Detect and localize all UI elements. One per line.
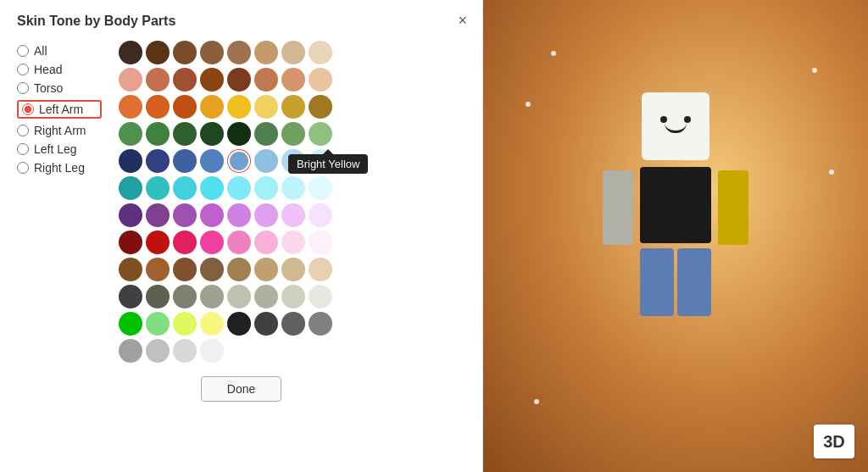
color-swatch-45[interactable]: [254, 176, 278, 200]
color-swatch-3[interactable]: [200, 41, 224, 64]
color-swatch-23[interactable]: [309, 95, 332, 119]
color-swatch-47[interactable]: [309, 176, 332, 200]
color-swatch-55[interactable]: [309, 203, 332, 227]
color-swatch-78[interactable]: [281, 285, 305, 308]
color-swatch-1[interactable]: [146, 41, 170, 64]
color-swatch-53[interactable]: [254, 203, 278, 227]
color-swatch-26[interactable]: [173, 122, 197, 146]
color-swatch-15[interactable]: [309, 68, 332, 92]
color-swatch-91[interactable]: [200, 339, 224, 363]
color-swatch-30[interactable]: [281, 122, 305, 146]
color-swatch-33[interactable]: [146, 149, 170, 173]
color-swatch-79[interactable]: [309, 285, 332, 308]
color-swatch-39[interactable]: [309, 149, 332, 173]
radio-item-left_leg[interactable]: Left Leg: [17, 142, 102, 156]
color-swatch-71[interactable]: [309, 258, 332, 281]
color-swatch-28[interactable]: [227, 122, 251, 146]
color-swatch-36[interactable]: [227, 149, 251, 173]
color-swatch-84[interactable]: [227, 312, 251, 336]
color-swatch-5[interactable]: [254, 41, 278, 64]
radio-item-right_arm[interactable]: Right Arm: [17, 124, 102, 137]
color-swatch-21[interactable]: [254, 95, 278, 119]
color-swatch-31[interactable]: [309, 122, 332, 146]
color-swatch-77[interactable]: [254, 285, 278, 308]
color-swatch-32[interactable]: [119, 149, 142, 173]
radio-torso[interactable]: [17, 82, 29, 94]
done-button[interactable]: Done: [201, 376, 281, 402]
color-swatch-18[interactable]: [173, 95, 197, 119]
color-swatch-38[interactable]: [281, 149, 305, 173]
color-swatch-66[interactable]: [173, 258, 197, 281]
radio-item-all[interactable]: All: [17, 44, 102, 58]
close-button[interactable]: ×: [458, 12, 467, 30]
radio-item-left_arm[interactable]: Left Arm: [17, 100, 102, 119]
color-swatch-64[interactable]: [119, 258, 142, 281]
color-swatch-19[interactable]: [200, 95, 224, 119]
color-swatch-52[interactable]: [227, 203, 251, 227]
color-swatch-54[interactable]: [281, 203, 305, 227]
color-swatch-42[interactable]: [173, 176, 197, 200]
color-swatch-25[interactable]: [146, 122, 170, 146]
color-swatch-85[interactable]: [254, 312, 278, 336]
color-swatch-11[interactable]: [200, 68, 224, 92]
color-swatch-88[interactable]: [119, 339, 142, 363]
color-swatch-68[interactable]: [227, 258, 251, 281]
radio-all[interactable]: [17, 45, 29, 57]
color-swatch-62[interactable]: [281, 230, 305, 254]
color-swatch-29[interactable]: [254, 122, 278, 146]
color-swatch-7[interactable]: [309, 41, 332, 64]
radio-item-right_leg[interactable]: Right Leg: [17, 161, 102, 175]
color-swatch-48[interactable]: [119, 203, 142, 227]
color-swatch-58[interactable]: [173, 230, 197, 254]
color-swatch-74[interactable]: [173, 285, 197, 308]
radio-item-head[interactable]: Head: [17, 63, 102, 76]
color-swatch-43[interactable]: [200, 176, 224, 200]
color-swatch-8[interactable]: [119, 68, 142, 92]
color-swatch-72[interactable]: [119, 285, 142, 308]
color-swatch-80[interactable]: [119, 312, 142, 336]
color-swatch-73[interactable]: [146, 285, 170, 308]
radio-left_leg[interactable]: [17, 143, 29, 155]
color-swatch-44[interactable]: [227, 176, 251, 200]
color-swatch-63[interactable]: [309, 230, 332, 254]
color-swatch-50[interactable]: [173, 203, 197, 227]
color-swatch-12[interactable]: [227, 68, 251, 92]
radio-item-torso[interactable]: Torso: [17, 81, 102, 95]
color-swatch-65[interactable]: [146, 258, 170, 281]
color-swatch-76[interactable]: [227, 285, 251, 308]
color-swatch-41[interactable]: [146, 176, 170, 200]
color-swatch-82[interactable]: [173, 312, 197, 336]
color-swatch-61[interactable]: [254, 230, 278, 254]
color-swatch-56[interactable]: [119, 230, 142, 254]
color-swatch-67[interactable]: [200, 258, 224, 281]
color-swatch-69[interactable]: [254, 258, 278, 281]
color-swatch-35[interactable]: [200, 149, 224, 173]
color-swatch-20[interactable]: [227, 95, 251, 119]
color-swatch-0[interactable]: [119, 41, 142, 64]
color-swatch-86[interactable]: [281, 312, 305, 336]
color-swatch-24[interactable]: [119, 122, 142, 146]
color-swatch-27[interactable]: [200, 122, 224, 146]
color-swatch-16[interactable]: [119, 95, 142, 119]
color-swatch-87[interactable]: [309, 312, 332, 336]
color-swatch-17[interactable]: [146, 95, 170, 119]
radio-left_arm[interactable]: [22, 103, 34, 115]
color-swatch-6[interactable]: [281, 41, 305, 64]
color-swatch-59[interactable]: [200, 230, 224, 254]
color-swatch-9[interactable]: [146, 68, 170, 92]
color-swatch-2[interactable]: [173, 41, 197, 64]
color-swatch-89[interactable]: [146, 339, 170, 363]
radio-head[interactable]: [17, 64, 29, 75]
color-swatch-57[interactable]: [146, 230, 170, 254]
color-swatch-70[interactable]: [281, 258, 305, 281]
color-swatch-22[interactable]: [281, 95, 305, 119]
color-swatch-10[interactable]: [173, 68, 197, 92]
color-swatch-83[interactable]: [200, 312, 224, 336]
color-swatch-75[interactable]: [200, 285, 224, 308]
color-swatch-49[interactable]: [146, 203, 170, 227]
color-swatch-46[interactable]: [281, 176, 305, 200]
color-swatch-90[interactable]: [173, 339, 197, 363]
color-swatch-14[interactable]: [281, 68, 305, 92]
color-swatch-81[interactable]: [146, 312, 170, 336]
color-swatch-51[interactable]: [200, 203, 224, 227]
